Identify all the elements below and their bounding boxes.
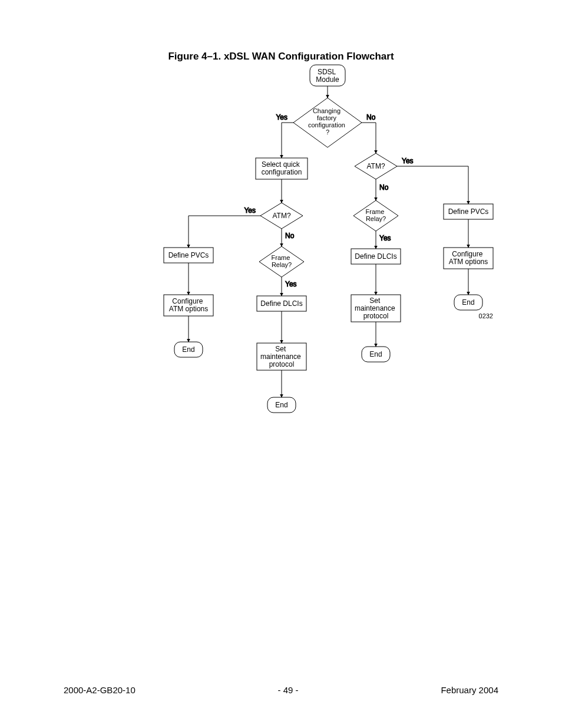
svg-text:Configure
        ATM options: Configure ATM options (169, 297, 208, 313)
svg-text:Configure
        ATM options: Configure ATM options (449, 250, 488, 266)
svg-text:ATM?: ATM? (366, 162, 385, 170)
svg-text:End: End (369, 350, 382, 358)
svg-text:Yes: Yes (379, 234, 391, 242)
node-select-quick-configuration: Select quick configuration (256, 158, 308, 179)
footer-date: February 2004 (441, 685, 498, 695)
node-end-far-right: End (454, 295, 482, 310)
svg-text:End: End (182, 345, 194, 354)
node-define-dlcis-mid: Define DLCIs (257, 296, 306, 311)
node-decision-frame-relay-right: Frame Relay? (353, 200, 398, 231)
svg-text:End: End (462, 298, 474, 307)
svg-text:Select quick
        configura: Select quick configuration (262, 160, 302, 176)
node-define-pvcs-far-right: Define PVCs (444, 204, 493, 219)
svg-text:Frame
        Relay?: Frame Relay? (272, 254, 292, 268)
svg-text:No: No (379, 183, 389, 192)
node-set-maintenance-protocol-mid: Set maintenance protocol (257, 343, 306, 370)
svg-text:SDSL
        Module: SDSL Module (316, 68, 339, 84)
page-footer: 2000-A2-GB20-10 - 49 - February 2004 (64, 685, 498, 695)
svg-text:Yes: Yes (402, 157, 414, 165)
node-configure-atm-options-far-right: Configure ATM options (444, 248, 493, 269)
node-end-left: End (174, 342, 203, 357)
svg-text:Define DLCIs: Define DLCIs (355, 252, 396, 261)
svg-text:No: No (285, 232, 295, 240)
node-decision-changing-factory-config: Changing factory configuration ? (293, 98, 362, 147)
node-decision-frame-relay-left: Frame Relay? (259, 246, 304, 277)
footer-page-number: - 49 - (278, 685, 299, 695)
node-define-dlcis-right: Define DLCIs (351, 249, 401, 264)
flowchart-svg: SDSL Module Changing factory configurati… (0, 0, 562, 728)
svg-text:Define DLCIs: Define DLCIs (260, 299, 302, 308)
node-decision-atm-right: ATM? (355, 153, 397, 179)
svg-text:No: No (366, 113, 376, 121)
node-end-mid: End (267, 397, 296, 413)
footer-doc-id: 2000-A2-GB20-10 (64, 685, 135, 695)
node-start: SDSL Module (310, 65, 345, 86)
svg-text:Yes: Yes (244, 206, 256, 215)
diagram-id-label: 0232 (479, 312, 493, 319)
node-decision-atm-left: ATM? (260, 203, 303, 229)
node-set-maintenance-protocol-right: Set maintenance protocol (351, 295, 401, 322)
svg-text:Yes: Yes (276, 113, 287, 121)
svg-text:Frame
        Relay?: Frame Relay? (366, 208, 386, 222)
svg-text:Define PVCs: Define PVCs (168, 251, 209, 259)
svg-text:Define PVCs: Define PVCs (448, 207, 489, 216)
svg-text:Yes: Yes (285, 280, 297, 288)
node-configure-atm-options-left: Configure ATM options (164, 295, 213, 316)
svg-text:End: End (275, 401, 287, 409)
svg-text:ATM?: ATM? (272, 212, 290, 220)
page: Figure 4–1. xDSL WAN Configuration Flowc… (0, 0, 562, 728)
node-define-pvcs-left: Define PVCs (164, 248, 213, 263)
node-end-right: End (362, 347, 390, 362)
